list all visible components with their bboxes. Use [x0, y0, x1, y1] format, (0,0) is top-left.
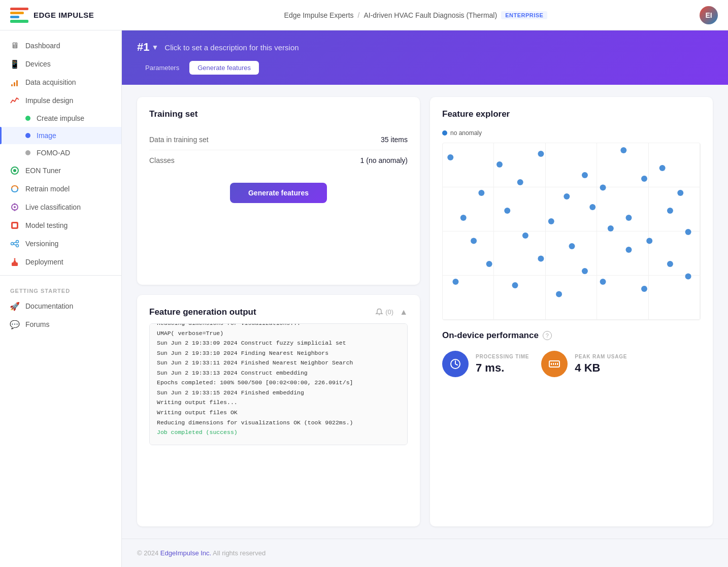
svg-marker-5: [17, 188, 19, 189]
log-line: Sun Jun 2 19:33:09 2024 Construct fuzzy …: [157, 338, 400, 348]
peak-ram-label: PEAK RAM USAGE: [575, 354, 627, 359]
svg-point-23: [620, 147, 626, 153]
breadcrumb-separator: /: [358, 11, 360, 19]
svg-point-24: [659, 165, 666, 171]
logo-area: EDGE IMPULSE: [10, 8, 132, 23]
sidebar-item-documentation[interactable]: 🚀 Documentation: [0, 297, 121, 315]
svg-rect-0: [11, 84, 13, 86]
svg-line-16: [13, 244, 16, 245]
collapse-icon[interactable]: ▲: [400, 308, 408, 317]
sidebar-item-eon-tuner[interactable]: EON Tuner: [0, 161, 121, 180]
user-avatar[interactable]: EI: [700, 6, 718, 24]
devices-icon: 📱: [10, 59, 19, 69]
logo-bar-red: [10, 8, 28, 10]
log-line: Reducing dimensions for visualizations O…: [157, 418, 400, 428]
svg-point-46: [625, 247, 632, 253]
log-line: Writing output files...: [157, 397, 400, 408]
main-layout: 🖥 Dashboard 📱 Devices Data acquisition: [0, 30, 728, 567]
perf-title-row: On-device performance ?: [442, 330, 701, 341]
sidebar-label-eon-tuner: EON Tuner: [25, 166, 61, 175]
retrain-model-icon: [10, 184, 19, 193]
svg-point-36: [667, 208, 673, 214]
peak-ram-value: 4 KB: [575, 361, 627, 375]
live-classification-icon: [10, 203, 19, 212]
sidebar-item-forums[interactable]: 💬 Forums: [0, 315, 121, 333]
getting-started-label: GETTING STARTED: [0, 280, 121, 297]
sidebar-label-versioning: Versioning: [25, 240, 58, 248]
svg-point-28: [600, 185, 606, 191]
project-name: AI-driven HVAC Fault Diagnosis (Thermal): [363, 11, 497, 19]
tab-generate-features[interactable]: Generate features: [189, 61, 259, 75]
breadcrumb-link[interactable]: Edge Impulse Experts: [284, 11, 354, 19]
version-description[interactable]: Click to set a description for this vers…: [164, 43, 299, 52]
tab-parameters[interactable]: Parameters: [137, 61, 187, 75]
training-table: Data in training set 35 items Classes 1 …: [149, 129, 408, 171]
log-line: Reducing dimensions for visualizations..…: [157, 323, 400, 328]
sidebar-item-image[interactable]: Image: [0, 127, 121, 144]
sidebar-item-dashboard[interactable]: 🖥 Dashboard: [0, 37, 121, 55]
svg-point-14: [16, 245, 19, 247]
sidebar-label-live-classification: Live classification: [25, 203, 81, 211]
sidebar-label-impulse-design: Impulse design: [25, 96, 73, 105]
svg-point-37: [685, 229, 691, 235]
sidebar-item-fomo-ad[interactable]: FOMO-AD: [0, 144, 121, 161]
version-number[interactable]: #1 ▼: [137, 41, 158, 54]
sidebar-label-deployment: Deployment: [25, 258, 63, 266]
legend-dot: [442, 130, 447, 136]
perf-metric-peak-ram: PEAK RAM USAGE 4 KB: [541, 351, 627, 377]
sidebar-item-devices[interactable]: 📱 Devices: [0, 55, 121, 73]
svg-point-51: [556, 291, 562, 297]
processing-time-icon: [442, 351, 469, 377]
sidebar-item-deployment[interactable]: Deployment: [0, 253, 121, 271]
svg-point-42: [646, 238, 652, 244]
peak-ram-icon: [541, 351, 568, 377]
sidebar-item-data-acquisition[interactable]: Data acquisition: [0, 73, 121, 91]
log-line: UMAP( verbose=True): [157, 328, 400, 339]
svg-point-33: [548, 218, 554, 224]
svg-line-15: [13, 242, 16, 243]
version-tabs: Parameters Generate features: [137, 61, 713, 75]
training-label-classes: Classes: [149, 156, 175, 164]
svg-point-39: [522, 232, 528, 239]
notification-bell-icon[interactable]: (0): [375, 308, 393, 316]
perf-metric-processing-time: PROCESSING TIME 7 ms.: [442, 351, 529, 377]
svg-point-25: [478, 190, 484, 196]
training-set-title: Training set: [149, 109, 408, 119]
legend-label: no anomaly: [450, 129, 482, 137]
svg-point-27: [564, 193, 570, 199]
footer-company-link[interactable]: EdgeImpulse Inc.: [160, 549, 211, 557]
deployment-icon: [10, 257, 19, 266]
top-header: EDGE IMPULSE Edge Impulse Experts / AI-d…: [0, 0, 728, 30]
svg-point-32: [504, 208, 510, 214]
svg-point-35: [625, 215, 632, 221]
sidebar-item-impulse-design[interactable]: Impulse design: [0, 91, 121, 110]
header-breadcrumb: Edge Impulse Experts / AI-driven HVAC Fa…: [132, 11, 700, 19]
sidebar-item-model-testing[interactable]: Model testing: [0, 216, 121, 235]
sidebar-item-live-classification[interactable]: Live classification: [0, 198, 121, 216]
sidebar-item-create-impulse[interactable]: Create impulse: [0, 110, 121, 127]
svg-point-18: [14, 258, 16, 260]
output-terminal: Job startedReducing dimensions for visua…: [149, 323, 408, 445]
generate-features-button[interactable]: Generate features: [230, 183, 327, 203]
sidebar-item-versioning[interactable]: Versioning: [0, 235, 121, 253]
processing-time-value: 7 ms.: [476, 361, 529, 375]
svg-point-19: [447, 154, 453, 160]
svg-point-12: [11, 243, 14, 245]
processing-time-label: PROCESSING TIME: [476, 354, 529, 359]
logo-bar-blue: [10, 16, 19, 18]
sidebar-divider: [0, 275, 121, 276]
peak-ram-info: PEAK RAM USAGE 4 KB: [575, 354, 627, 375]
output-title: Feature generation output: [149, 307, 256, 317]
svg-point-45: [582, 268, 588, 274]
scatter-legend: no anomaly: [442, 129, 701, 137]
logo-bar-orange: [10, 12, 24, 14]
svg-point-20: [497, 161, 503, 168]
version-caret: ▼: [151, 43, 158, 51]
scatter-svg: [443, 143, 700, 320]
sidebar-item-retrain-model[interactable]: Retrain model: [0, 180, 121, 198]
feature-output-card: Feature generation output (0) ▲: [137, 295, 420, 527]
fomo-ad-dot: [25, 150, 30, 155]
perf-help-icon[interactable]: ?: [543, 331, 552, 340]
svg-point-47: [667, 261, 673, 267]
svg-point-13: [16, 241, 19, 243]
